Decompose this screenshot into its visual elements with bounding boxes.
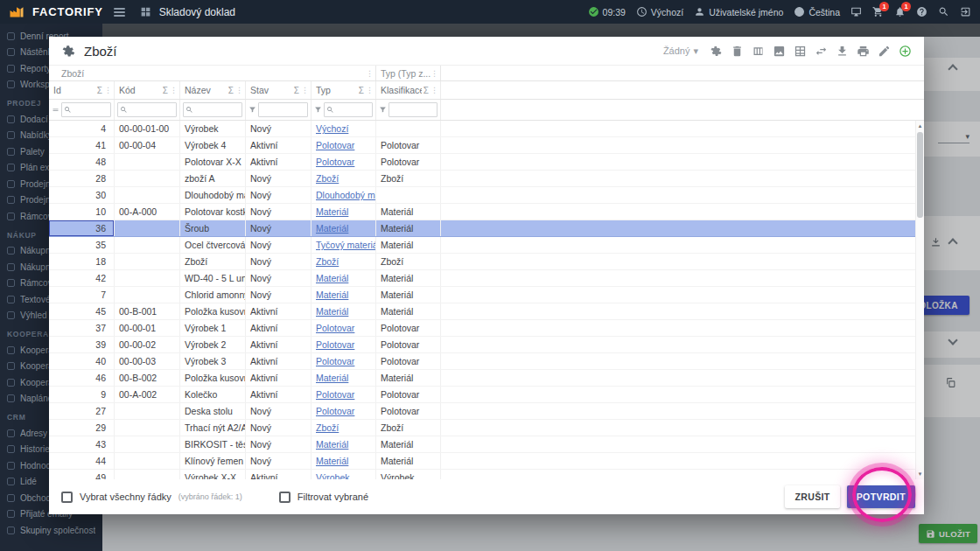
user-menu[interactable]: Uživatelské jméno [694, 6, 783, 17]
cancel-button[interactable]: ZRUŠIT [785, 485, 839, 508]
table-row[interactable]: 42WD-40 - 5 L uni...NovýMateriálMateriál [49, 270, 924, 287]
table-row[interactable]: 27Deska stoluNovýPolotovarPolotovar [49, 403, 924, 420]
type-link[interactable]: Materiál [316, 289, 348, 300]
table-row[interactable]: 1000-A-000Polotovar kostkyNovýMateriálMa… [49, 204, 924, 220]
cart-button[interactable]: 1 [872, 6, 884, 17]
column-drag-handle-icon[interactable]: ⋮ [430, 69, 438, 78]
filter-input-typ[interactable] [336, 105, 370, 115]
column-header-id[interactable]: IdΣ⋮ [49, 81, 115, 99]
type-link[interactable]: Materiál [316, 273, 348, 283]
aggregate-sigma-icon[interactable]: Σ [424, 86, 429, 95]
table-row[interactable]: 4500-B-001Položka kusovní...AktivníMater… [49, 303, 924, 320]
aggregate-sigma-icon[interactable]: Σ [359, 86, 364, 95]
print-button[interactable] [857, 45, 870, 58]
menu-icon[interactable] [114, 8, 125, 17]
swap-columns-button[interactable] [815, 45, 828, 58]
columns-view-button[interactable] [752, 45, 765, 58]
export-button[interactable] [836, 45, 849, 58]
type-link[interactable]: Zboží [316, 173, 339, 184]
table-row[interactable]: 900-A-002KolečkoAktivníPolotovarPolotova… [49, 387, 924, 403]
type-link[interactable]: Polotovar [316, 339, 354, 350]
column-drag-handle-icon[interactable]: ⋮ [366, 86, 374, 94]
filter-selected-checkbox[interactable] [279, 492, 290, 503]
scrollbar-thumb[interactable] [917, 132, 923, 218]
scroll-down-icon[interactable]: ▼ [918, 471, 923, 478]
type-link[interactable]: Materiál [316, 223, 348, 234]
table-row[interactable]: 35Ocel čtvercová ...NovýTyčový materiálM… [49, 237, 924, 254]
type-link[interactable]: Zboží [316, 256, 339, 267]
view-selector[interactable]: Žádný ▾ [663, 45, 698, 57]
vertical-scrollbar[interactable]: ▲ ▼ [915, 121, 924, 479]
table-row[interactable]: 4100-00-04Výrobek 4AktivníPolotovarPolot… [49, 137, 924, 154]
scroll-up-icon[interactable]: ▲ [918, 122, 923, 129]
column-drag-handle-icon[interactable]: ⋮ [366, 69, 374, 78]
filter-input-stav[interactable] [261, 105, 305, 115]
type-link[interactable]: Materiál [316, 456, 348, 466]
type-link[interactable]: Tyčový materiál [316, 240, 376, 250]
table-row[interactable]: 43BIRKOSIT - těsni...NovýMateriálMateriá… [49, 436, 924, 453]
table-row[interactable]: 36ŠroubNovýMateriálMateriál [49, 220, 924, 237]
filter-input-nazev[interactable] [195, 105, 240, 115]
column-drag-handle-icon[interactable]: ⋮ [301, 86, 309, 94]
table-row[interactable]: 44Klínový řemen 1...NovýMateriálMateriál [49, 453, 924, 470]
filter-funnel-icon[interactable] [314, 106, 322, 114]
filter-operator-icon[interactable] [52, 106, 60, 114]
settings-button[interactable] [710, 45, 723, 58]
aggregate-sigma-icon[interactable]: Σ [163, 86, 168, 95]
type-link[interactable]: Materiál [316, 206, 348, 217]
table-row[interactable]: 28zboží ANovýZbožíZboží [49, 171, 924, 187]
type-link[interactable]: Zboží [316, 422, 339, 433]
image-view-button[interactable] [773, 45, 786, 58]
table-row[interactable]: 4000-00-03Výrobek 3AktivníPolotovarPolot… [49, 353, 924, 370]
notifications-button[interactable]: 1 [894, 6, 906, 17]
column-header-kod[interactable]: KódΣ⋮ [115, 81, 180, 99]
type-link[interactable]: Polotovar [316, 157, 354, 167]
type-link[interactable]: Polotovar [316, 389, 354, 400]
type-link[interactable]: Polotovar [316, 323, 354, 333]
search-button[interactable] [938, 6, 949, 17]
table-row[interactable]: 18ZbožíNovýZbožíZboží [49, 254, 924, 270]
filter-input-id[interactable] [74, 105, 108, 115]
filter-input-klasifikace[interactable] [391, 105, 435, 115]
help-button[interactable] [916, 6, 928, 17]
profile-selector[interactable]: Výchozí [636, 6, 683, 17]
table-row[interactable]: 400-00-01-00VýrobekNovýVýchozí [49, 121, 924, 137]
logout-button[interactable] [960, 6, 971, 17]
type-link[interactable]: Výrobek [316, 472, 350, 479]
type-link[interactable]: Polotovar [316, 356, 354, 366]
filter-input-kod[interactable] [130, 105, 174, 115]
type-link[interactable]: Dlouhodobý maj... [316, 190, 376, 200]
column-drag-handle-icon[interactable]: ⋮ [104, 86, 112, 94]
filter-funnel-icon[interactable] [248, 106, 256, 114]
table-row[interactable]: 30Dlouhodobý maj...NovýDlouhodobý maj... [49, 187, 924, 204]
filter-funnel-icon[interactable] [379, 106, 387, 114]
type-link[interactable]: Výchozí [316, 123, 348, 134]
table-row[interactable]: 49Výrobek X-XAktivníVýrobekVýrobek [49, 470, 924, 479]
type-link[interactable]: Polotovar [316, 406, 354, 416]
aggregate-sigma-icon[interactable]: Σ [97, 86, 102, 95]
displays-button[interactable] [850, 6, 862, 17]
table-view-button[interactable] [794, 45, 807, 58]
table-row[interactable]: 7Chlorid amonnýNovýMateriálMateriál [49, 287, 924, 303]
table-row[interactable]: 29Trhací nýt A2/A...NovýZbožíZboží [49, 420, 924, 436]
column-header-typ[interactable]: TypΣ⋮ [312, 81, 376, 99]
confirm-button[interactable]: POTVRDIT [847, 485, 915, 508]
type-link[interactable]: Materiál [316, 373, 348, 383]
select-all-checkbox[interactable] [61, 492, 73, 503]
language-selector[interactable]: Čeština [794, 6, 840, 17]
column-drag-handle-icon[interactable]: ⋮ [235, 86, 243, 94]
table-row[interactable]: 48Polotovar X-XAktivníPolotovarPolotovar [49, 154, 924, 171]
table-row[interactable]: 3700-00-01Výrobek 1AktivníPolotovarPolot… [49, 320, 924, 337]
edit-button[interactable] [878, 45, 891, 58]
add-record-button[interactable] [899, 45, 912, 58]
column-drag-handle-icon[interactable]: ⋮ [430, 86, 438, 94]
column-header-klasifikace[interactable]: KlasifikaceΣ⋮ [376, 81, 441, 99]
table-row[interactable]: 3900-00-02Výrobek 2AktivníPolotovarPolot… [49, 337, 924, 353]
aggregate-sigma-icon[interactable]: Σ [294, 86, 299, 95]
aggregate-sigma-icon[interactable]: Σ [228, 86, 234, 95]
column-header-nazev[interactable]: NázevΣ⋮ [180, 81, 246, 99]
type-link[interactable]: Materiál [316, 306, 348, 317]
type-link[interactable]: Materiál [316, 439, 348, 450]
delete-button[interactable] [731, 45, 744, 58]
type-link[interactable]: Polotovar [316, 140, 354, 150]
